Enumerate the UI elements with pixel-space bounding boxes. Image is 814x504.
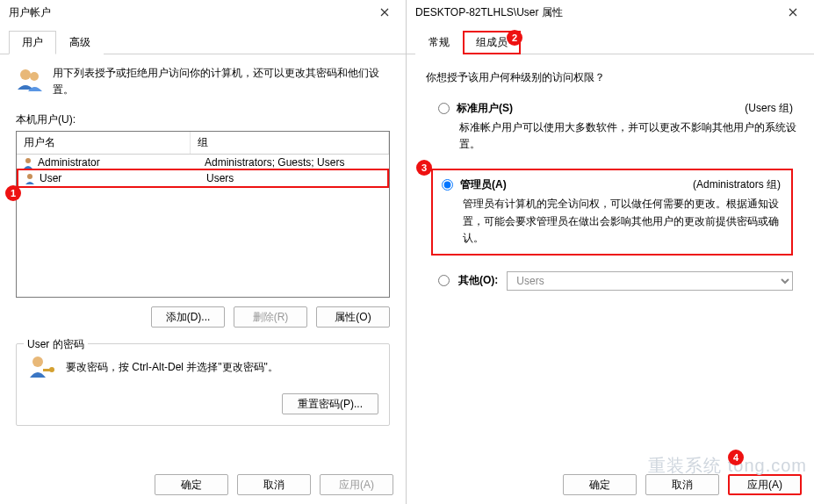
user-icon bbox=[22, 156, 34, 169]
close-button[interactable] bbox=[779, 2, 807, 23]
apply-button[interactable]: 应用(A) bbox=[728, 474, 802, 495]
svg-point-3 bbox=[27, 174, 32, 179]
window-title: 用户帐户 bbox=[7, 5, 371, 20]
user-accounts-dialog: 用户帐户 用户 高级 用下列表授予或拒绝用户访问你的计算机，还可以更改其密码和他… bbox=[0, 0, 407, 504]
properties-button[interactable]: 属性(O) bbox=[316, 306, 390, 328]
close-icon bbox=[789, 8, 797, 17]
intro-text: 用下列表授予或拒绝用户访问你的计算机，还可以更改其密码和他们设置。 bbox=[53, 65, 390, 98]
standard-group-text: (Users 组) bbox=[745, 101, 793, 116]
ok-button[interactable]: 确定 bbox=[563, 474, 637, 495]
titlebar-left: 用户帐户 bbox=[0, 0, 406, 25]
users-icon bbox=[16, 65, 44, 93]
tab-advanced[interactable]: 高级 bbox=[56, 31, 104, 54]
col-username[interactable]: 用户名 bbox=[17, 132, 191, 154]
admin-desc: 管理员有计算机的完全访问权，可以做任何需要的更改。根据通知设置，可能会要求管理员… bbox=[463, 196, 786, 247]
radio-admin-row[interactable]: 管理员(A) (Administrators 组) bbox=[442, 177, 786, 192]
svg-point-6 bbox=[49, 367, 54, 372]
reset-password-button[interactable]: 重置密码(P)... bbox=[282, 393, 378, 414]
content-left: 用下列表授予或拒绝用户访问你的计算机，还可以更改其密码和他们设置。 本机用户(U… bbox=[0, 54, 406, 436]
tab-general[interactable]: 常规 bbox=[415, 31, 463, 54]
cell-username: Administrator bbox=[38, 156, 201, 169]
close-icon bbox=[380, 8, 389, 17]
list-header: 用户名 组 bbox=[17, 132, 389, 155]
admin-block: 管理员(A) (Administrators 组) 管理员有计算机的完全访问权，… bbox=[431, 169, 793, 256]
ok-button[interactable]: 确定 bbox=[155, 474, 228, 495]
user-list[interactable]: 用户名 组 Administrator Administrators; Gues… bbox=[16, 131, 390, 298]
radio-other-row[interactable]: 其他(O): Users bbox=[438, 271, 798, 291]
radio-standard-row[interactable]: 标准用户(S) (Users 组) bbox=[438, 101, 798, 116]
svg-point-4 bbox=[32, 356, 43, 367]
admin-group-text: (Administrators 组) bbox=[693, 177, 781, 192]
content-right: 你想授予该用户何种级别的访问权限？ 标准用户(S) (Users 组) 标准帐户… bbox=[407, 54, 814, 301]
bottom-buttons-right: 确定 取消 应用(A) bbox=[563, 474, 802, 495]
other-select[interactable]: Users bbox=[507, 271, 793, 291]
password-text: 要改密码，按 Ctrl-Alt-Del 并选择"更改密码"。 bbox=[66, 360, 278, 375]
tabs-left: 用户 高级 bbox=[0, 25, 406, 54]
badge-1: 1 bbox=[5, 185, 21, 201]
table-row-selected[interactable]: User Users bbox=[17, 169, 389, 188]
groupbox-title: User 的密码 bbox=[24, 337, 88, 352]
user-icon bbox=[24, 172, 36, 184]
tabs-right: 常规 组成员 bbox=[407, 25, 814, 54]
add-button[interactable]: 添加(D)... bbox=[151, 306, 225, 328]
close-button[interactable] bbox=[371, 2, 399, 23]
titlebar-right: DESKTOP-82TLHLS\User 属性 bbox=[407, 0, 814, 25]
cell-group: Users bbox=[206, 172, 382, 184]
password-groupbox: User 的密码 要改密码，按 Ctrl-Alt-Del 并选择"更改密码"。 … bbox=[16, 343, 390, 426]
remove-button[interactable]: 删除(R) bbox=[234, 306, 307, 328]
apply-button[interactable]: 应用(A) bbox=[320, 474, 393, 495]
list-label: 本机用户(U): bbox=[16, 112, 390, 127]
bottom-buttons-left: 确定 取消 应用(A) bbox=[155, 474, 393, 495]
col-group[interactable]: 组 bbox=[191, 132, 389, 154]
cell-group: Administrators; Guests; Users bbox=[205, 156, 384, 169]
key-user-icon bbox=[27, 353, 55, 381]
radio-admin-label: 管理员(A) bbox=[460, 178, 507, 191]
tab-users[interactable]: 用户 bbox=[9, 31, 56, 54]
svg-point-0 bbox=[20, 69, 31, 80]
radio-other[interactable] bbox=[438, 275, 450, 286]
badge-2: 2 bbox=[507, 30, 522, 46]
cancel-button[interactable]: 取消 bbox=[645, 474, 719, 495]
user-properties-dialog: DESKTOP-82TLHLS\User 属性 常规 组成员 你想授予该用户何种… bbox=[407, 0, 814, 504]
cancel-button[interactable]: 取消 bbox=[237, 474, 311, 495]
radio-standard[interactable] bbox=[438, 103, 450, 114]
cell-username: User bbox=[40, 172, 203, 184]
radio-other-label: 其他(O): bbox=[458, 273, 498, 288]
radio-standard-label: 标准用户(S) bbox=[457, 102, 513, 114]
svg-point-2 bbox=[25, 158, 31, 163]
access-question: 你想授予该用户何种级别的访问权限？ bbox=[426, 70, 798, 85]
svg-point-1 bbox=[30, 72, 39, 81]
standard-desc: 标准帐户用户可以使用大多数软件，并可以更改不影响其他用户的系统设置。 bbox=[459, 119, 798, 153]
badge-4: 4 bbox=[728, 450, 744, 465]
window-title: DESKTOP-82TLHLS\User 属性 bbox=[414, 5, 779, 20]
badge-3: 3 bbox=[416, 160, 432, 176]
radio-admin[interactable] bbox=[442, 179, 453, 191]
